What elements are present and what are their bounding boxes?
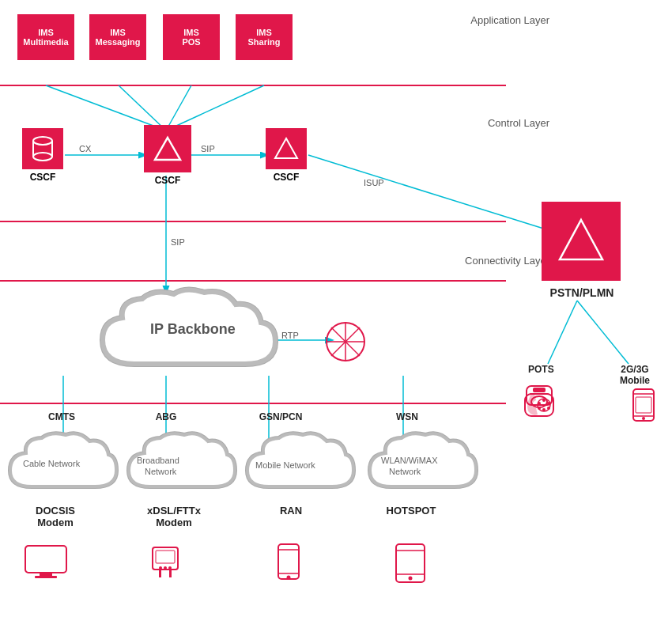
broadband-network-cloud: Broadband Network <box>123 427 240 501</box>
sip-label-vertical: SIP <box>171 237 185 247</box>
svg-line-4 <box>46 85 166 131</box>
hotspot-device-icon <box>393 543 428 587</box>
ims-messaging-box: IMSMessaging <box>89 14 146 60</box>
architecture-diagram: Application Layer Control Layer Connecti… <box>0 0 672 632</box>
svg-point-53 <box>168 566 172 570</box>
svg-point-72 <box>538 402 541 405</box>
svg-text:IP Backbone: IP Backbone <box>150 321 236 337</box>
isup-label: ISUP <box>364 178 384 187</box>
svg-marker-25 <box>560 220 602 259</box>
mobile-phone-icon <box>629 388 658 428</box>
xdsl-modem-label: xDSL/FTTxModem <box>130 505 217 528</box>
svg-rect-43 <box>40 573 52 576</box>
rtp-circle-icon <box>324 320 368 367</box>
svg-marker-23 <box>155 138 180 160</box>
svg-point-70 <box>542 408 546 411</box>
gsn-label: GSN/PCN <box>245 411 316 422</box>
svg-line-17 <box>548 301 577 364</box>
svg-line-7 <box>166 85 264 131</box>
svg-rect-48 <box>159 570 161 577</box>
svg-point-64 <box>409 577 413 581</box>
svg-text:Network: Network <box>145 467 177 476</box>
pots-phone-icon <box>520 386 558 427</box>
mobile-network-cloud: Mobile Network <box>241 427 358 501</box>
ip-backbone-cloud: IP Backbone <box>87 285 285 391</box>
sip-label-cscf: SIP <box>201 144 215 153</box>
mobile-network-label: 2G/3GMobile <box>620 364 650 386</box>
hotspot-label: HOTSPOT <box>376 505 447 517</box>
svg-point-34 <box>642 417 645 420</box>
control-layer-label: Control Layer <box>488 117 549 129</box>
ims-pos-box: IMSPOS <box>163 14 220 60</box>
cscf1-label: CSCF <box>30 172 56 183</box>
app-layer-label: Application Layer <box>470 14 549 26</box>
xdsl-device-icon <box>145 543 186 584</box>
svg-point-19 <box>33 137 52 145</box>
svg-text:WLAN/WiMAX: WLAN/WiMAX <box>381 456 438 465</box>
svg-text:Mobile Network: Mobile Network <box>255 460 315 470</box>
pstn-box <box>542 202 621 281</box>
abg-label: ABG <box>134 411 198 422</box>
svg-line-5 <box>119 85 166 131</box>
svg-point-67 <box>542 399 546 402</box>
docsis-modem-label: DOCSISModem <box>16 505 95 528</box>
svg-point-52 <box>164 566 167 570</box>
ran-device-icon <box>274 543 303 587</box>
svg-text:Network: Network <box>389 467 421 476</box>
svg-point-58 <box>287 576 291 580</box>
cx-label: CX <box>79 144 91 153</box>
wsn-label: WSN <box>379 411 435 422</box>
svg-text:Cable Network: Cable Network <box>23 459 81 468</box>
pstn-label: PSTN/PLMN <box>531 286 632 299</box>
ims-multimedia-box: IMS Multimedia <box>17 14 74 60</box>
wlan-network-cloud: WLAN/WiMAX Network <box>364 427 481 501</box>
cscf3-label: CSCF <box>274 172 300 183</box>
svg-point-68 <box>547 402 550 405</box>
svg-point-69 <box>547 407 550 410</box>
cable-network-cloud: Cable Network <box>4 427 121 501</box>
cscf3-container: CSCF <box>266 128 307 183</box>
svg-line-18 <box>577 301 629 364</box>
svg-point-22 <box>33 153 52 161</box>
svg-rect-42 <box>25 546 66 573</box>
svg-point-51 <box>159 566 162 570</box>
cscf2-label: CSCF <box>155 175 181 186</box>
svg-marker-24 <box>275 138 297 158</box>
svg-rect-50 <box>156 551 175 563</box>
svg-rect-33 <box>636 397 651 413</box>
cscf2-container: CSCF <box>144 125 191 186</box>
svg-line-6 <box>166 85 191 131</box>
ran-label: RAN <box>267 505 315 517</box>
svg-rect-49 <box>169 570 172 577</box>
svg-line-10 <box>308 155 561 234</box>
svg-point-71 <box>538 407 541 410</box>
docsis-device-icon <box>22 543 70 584</box>
connectivity-layer-label: Connectivity Layer <box>465 255 549 267</box>
cmts-label: CMTS <box>22 411 101 422</box>
ims-sharing-box: IMSSharing <box>236 14 293 60</box>
svg-text:Broadband: Broadband <box>137 456 179 465</box>
svg-rect-44 <box>35 576 57 578</box>
cscf1-container: CSCF <box>22 128 63 183</box>
pots-label: POTS <box>528 364 554 375</box>
